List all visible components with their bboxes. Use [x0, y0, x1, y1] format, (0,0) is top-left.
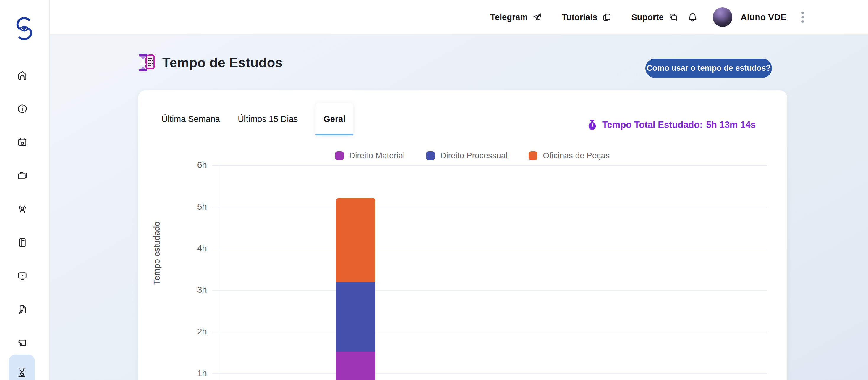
app-window: Telegram Tutoriais Suporte Aluno VDE	[0, 0, 868, 380]
nav-tutorials[interactable]: Tutoriais	[562, 12, 612, 22]
sidebar-item-home[interactable]	[8, 62, 36, 89]
home-icon	[17, 70, 28, 81]
sidebar-item-folders[interactable]	[8, 162, 36, 189]
cast-icon	[17, 338, 28, 348]
user-name: Aluno VDE	[741, 12, 786, 22]
kebab-menu-icon	[800, 10, 805, 24]
notification-bell-icon	[687, 12, 698, 23]
tutorials-icon	[602, 12, 612, 22]
community-icon	[17, 204, 28, 214]
legend-item-direito-processual: Direito Processual	[426, 151, 507, 160]
total-study-time: Tempo Total Estudado: 5h 13m 14s	[586, 118, 756, 131]
legend-swatch-direito-processual	[426, 151, 435, 160]
chart-legend: Direito Material Direito Processual Ofic…	[335, 151, 610, 160]
info-icon	[17, 103, 28, 114]
petitions-icon	[17, 304, 28, 315]
avatar[interactable]	[713, 7, 732, 27]
total-study-time-value: 5h 13m 14s	[706, 120, 756, 130]
hourglass-clipboard-icon	[137, 53, 156, 72]
page-header: Tempo de Estudos	[137, 53, 283, 72]
video-lessons-icon	[17, 270, 28, 282]
legend-label: Oficinas de Peças	[543, 151, 610, 160]
nav-telegram-label: Telegram	[490, 12, 528, 22]
sidebar-item-notebook[interactable]	[8, 229, 36, 256]
how-to-use-button[interactable]: Como usar o tempo de estudos?	[645, 59, 772, 78]
tab-ultima-semana[interactable]: Última Semana	[161, 114, 220, 124]
page-title: Tempo de Estudos	[162, 55, 283, 70]
support-chat-icon	[669, 12, 678, 22]
sidebar-item-calendar[interactable]	[8, 128, 36, 156]
legend-label: Direito Processual	[440, 151, 507, 160]
legend-swatch-oficinas-de-pecas	[529, 151, 537, 160]
notebook-icon	[17, 237, 28, 248]
nav-telegram[interactable]: Telegram	[490, 12, 542, 22]
topbar: Telegram Tutoriais Suporte Aluno VDE	[50, 0, 868, 35]
tab-bar: Última Semana Últimos 15 Dias Geral	[161, 103, 353, 135]
tab-geral[interactable]: Geral	[315, 103, 353, 135]
sidebar-item-cast[interactable]	[8, 329, 36, 356]
brand-logo[interactable]	[13, 16, 35, 42]
nav-support[interactable]: Suporte	[631, 12, 678, 22]
total-study-time-label: Tempo Total Estudado:	[602, 120, 703, 130]
study-time-hourglass-icon	[16, 367, 28, 378]
sidebar	[0, 0, 50, 380]
notifications-button[interactable]	[687, 12, 698, 23]
legend-item-direito-material: Direito Material	[335, 151, 405, 160]
sidebar-item-info[interactable]	[8, 95, 36, 122]
telegram-icon	[532, 12, 542, 22]
nav-support-label: Suporte	[631, 12, 664, 22]
user-menu-button[interactable]	[800, 10, 805, 24]
legend-item-oficinas-de-pecas: Oficinas de Peças	[529, 151, 610, 160]
sidebar-item-video-lessons[interactable]	[8, 262, 36, 289]
legend-swatch-direito-material	[335, 151, 344, 160]
sidebar-item-community[interactable]	[8, 195, 36, 223]
sidebar-item-petitions[interactable]	[8, 296, 36, 323]
legend-label: Direito Material	[349, 151, 405, 160]
stopwatch-icon	[586, 119, 598, 131]
sidebar-item-study-time[interactable]	[9, 355, 35, 380]
calendar-icon	[17, 137, 28, 148]
nav-tutorials-label: Tutoriais	[562, 12, 597, 22]
folders-icon	[17, 170, 28, 181]
tab-ultimos-15-dias[interactable]: Últimos 15 Dias	[238, 114, 298, 124]
